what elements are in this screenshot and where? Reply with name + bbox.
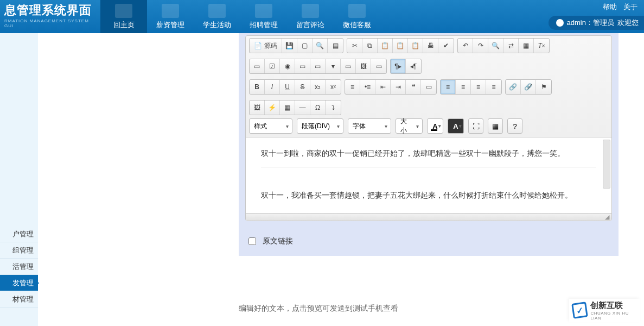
about-link[interactable]: 关于 [623, 2, 637, 12]
select-icon[interactable]: ▾ [326, 59, 341, 73]
underline-icon[interactable]: U [280, 80, 295, 94]
rtl-icon[interactable]: ◂¶ [406, 59, 421, 73]
rich-text-editor: 📄 源码 💾 ▢ 🔍 ▤ ✂ ⧉ 📋 📋 📋 🖶 ✔ ↶ [245, 35, 612, 221]
save-icon[interactable]: 💾 [282, 39, 297, 53]
showblocks-icon[interactable]: ▦ [488, 118, 503, 134]
textfield-icon[interactable]: ▭ [295, 59, 310, 73]
editor-panel: 📄 源码 💾 ▢ 🔍 ▤ ✂ ⧉ 📋 📋 📋 🖶 ✔ ↶ [239, 33, 619, 256]
spellcheck-icon[interactable]: ✔ [438, 39, 454, 53]
ltr-icon[interactable]: ¶▸ [391, 59, 406, 73]
undo-icon[interactable]: ↶ [458, 39, 473, 53]
align-left-icon[interactable]: ≡ [441, 80, 456, 94]
about-icon[interactable]: ? [507, 118, 522, 134]
user-label: admin：管理员 [567, 18, 614, 28]
cut-icon[interactable]: ✂ [347, 39, 362, 53]
indent-icon[interactable]: ⇥ [391, 80, 406, 94]
original-link-checkbox[interactable] [248, 237, 256, 245]
bold-icon[interactable]: B [250, 80, 265, 94]
maximize-icon[interactable]: ⛶ [468, 118, 483, 134]
div-icon[interactable]: ▭ [421, 80, 436, 94]
print-icon[interactable]: 🖶 [423, 39, 438, 53]
top-right: 帮助 关于 admin：管理员 欢迎您 [549, 0, 644, 33]
nav-recruit[interactable]: 招聘管理 [240, 0, 287, 33]
editor-resize-handle[interactable]: ◢ [246, 213, 611, 221]
outdent-icon[interactable]: ⇤ [375, 80, 391, 94]
newpage-icon[interactable]: ▢ [297, 39, 313, 53]
recruit-icon [255, 4, 272, 18]
student-icon [208, 4, 226, 18]
nav-salary[interactable]: 薪资管理 [147, 0, 194, 33]
removeformat-icon[interactable]: T× [534, 39, 549, 53]
content-hr [261, 167, 596, 167]
find-icon[interactable]: 🔍 [488, 39, 503, 53]
unlink-icon[interactable]: 🔗̸ [521, 80, 536, 94]
user-info[interactable]: admin：管理员 欢迎您 [549, 16, 644, 30]
nav-student[interactable]: 学生活动 [194, 0, 240, 33]
help-text: 编辑好的文本，点击预览可发送到测试手机查看 [239, 304, 398, 314]
editor-content[interactable]: 双十一到啦，商家的双十一促销已经开始了，放肆吧精选一些双十一幽默段子，搏您一笑。… [246, 137, 611, 213]
paste-text-icon[interactable]: 📋 [393, 39, 408, 53]
sidebar-item-group[interactable]: 组管理 [0, 242, 38, 259]
align-justify-icon[interactable]: ≡ [486, 80, 501, 94]
replace-icon[interactable]: ⇄ [503, 39, 519, 53]
main-area: 📄 源码 💾 ▢ 🔍 ▤ ✂ ⧉ 📋 📋 📋 🖶 ✔ ↶ [38, 33, 644, 326]
paste-icon[interactable]: 📋 [378, 39, 393, 53]
radio-icon[interactable]: ◉ [280, 59, 295, 73]
preview-icon[interactable]: 🔍 [313, 39, 328, 53]
sidebar-item-publish[interactable]: 发管理 [0, 275, 38, 291]
size-combo[interactable]: 大小 [396, 118, 423, 134]
image-icon[interactable]: 🖼 [250, 101, 265, 115]
subscript-icon[interactable]: x₂ [310, 80, 326, 94]
salary-icon [162, 4, 179, 18]
brand-cn: 创新互联 [590, 300, 623, 310]
imagebtn-icon[interactable]: 🖼 [356, 59, 371, 73]
bgcolor-button[interactable]: A [448, 118, 464, 134]
align-center-icon[interactable]: ≡ [456, 80, 471, 94]
blockquote-icon[interactable]: ❝ [406, 80, 421, 94]
hr-icon[interactable]: — [295, 101, 310, 115]
paste-word-icon[interactable]: 📋 [408, 39, 423, 53]
sidebar-item-activity[interactable]: 活管理 [0, 259, 38, 275]
wechat-icon [348, 4, 366, 18]
editor-combo-row: 样式 段落(DIV) 字体 大小 A A ⛶ ▦ ? [246, 118, 611, 137]
source-button[interactable]: 📄 源码 [250, 39, 282, 53]
superscript-icon[interactable]: x² [326, 80, 341, 94]
sidebar-item-material[interactable]: 材管理 [0, 291, 38, 308]
link-icon[interactable]: 🔗 [506, 80, 521, 94]
help-link[interactable]: 帮助 [603, 2, 617, 12]
form-icon[interactable]: ▭ [250, 59, 265, 73]
nav-wechat[interactable]: 微信客服 [334, 0, 380, 33]
strike-icon[interactable]: S [295, 80, 310, 94]
editor-scrollbar[interactable] [603, 140, 610, 189]
brand-logo: ✓ 创新互联 CHUANG XIN HU LIAN [569, 299, 640, 322]
button-icon[interactable]: ▭ [341, 59, 356, 73]
align-right-icon[interactable]: ≡ [471, 80, 486, 94]
editor-toolbar-row3: B I U S x₂ x² ≡ •≡ ⇤ ⇥ ❝ ▭ ≡ ≡ [246, 77, 611, 98]
numlist-icon[interactable]: ≡ [345, 80, 360, 94]
italic-icon[interactable]: I [265, 80, 280, 94]
table-icon[interactable]: ▦ [280, 101, 295, 115]
top-nav: 息管理系统界面 RMATION MANAGEMENT SYSTEM GUI 回主… [0, 0, 644, 33]
flash-icon[interactable]: ⚡ [265, 101, 280, 115]
textarea-icon[interactable]: ▭ [310, 59, 326, 73]
selectall-icon[interactable]: ▦ [519, 39, 534, 53]
copy-icon[interactable]: ⧉ [362, 39, 378, 53]
anchor-icon[interactable]: ⚑ [536, 80, 551, 94]
font-combo[interactable]: 字体 [348, 118, 391, 134]
checkbox-icon[interactable]: ☑ [265, 59, 280, 73]
logo-area: 息管理系统界面 RMATION MANAGEMENT SYSTEM GUI [0, 0, 100, 33]
templates-icon[interactable]: ▤ [328, 39, 343, 53]
sidebar: 户管理 组管理 活管理 发管理 材管理 [0, 33, 38, 326]
sidebar-item-user[interactable]: 户管理 [0, 226, 38, 242]
logo-subtitle: RMATION MANAGEMENT SYSTEM GUI [4, 18, 96, 28]
nav-comment[interactable]: 留言评论 [287, 0, 334, 33]
redo-icon[interactable]: ↷ [473, 39, 488, 53]
bulletlist-icon[interactable]: •≡ [360, 80, 375, 94]
specialchar-icon[interactable]: Ω [310, 101, 326, 115]
style-combo[interactable]: 样式 [249, 118, 292, 134]
textcolor-button[interactable]: A [427, 118, 443, 134]
hidden-icon[interactable]: ▭ [371, 59, 386, 73]
format-combo[interactable]: 段落(DIV) [297, 118, 343, 134]
pagebreak-icon[interactable]: ⤵ [326, 101, 341, 115]
nav-home[interactable]: 回主页 [100, 0, 147, 33]
